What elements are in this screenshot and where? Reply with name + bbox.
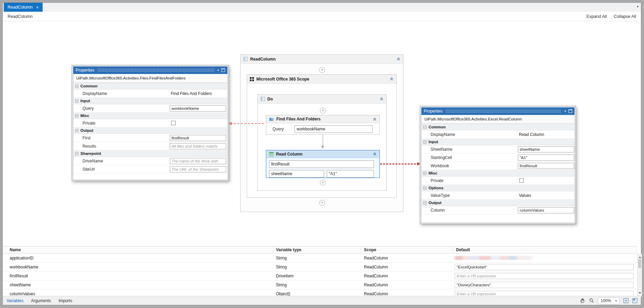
do-sequence-header[interactable]: Do bbox=[258, 95, 386, 104]
table-row[interactable]: workbookName String ReadColumn bbox=[3, 263, 637, 272]
properties-panel-titlebar[interactable]: Properties ▾ bbox=[73, 66, 227, 74]
office365-scope-header[interactable]: Microsoft Office 365 Scope bbox=[247, 75, 396, 84]
close-icon[interactable]: × bbox=[36, 5, 39, 10]
starting-cell-input[interactable] bbox=[327, 170, 374, 178]
scroll-down-icon[interactable] bbox=[639, 292, 641, 295]
variable-name[interactable]: firstResult bbox=[3, 274, 273, 278]
zoom-search-icon[interactable] bbox=[589, 298, 594, 303]
variable-scope[interactable]: ReadColumn bbox=[361, 291, 453, 296]
workbook-input[interactable] bbox=[269, 160, 374, 168]
do-sequence[interactable]: Do + Find Files And Folders bbox=[257, 94, 387, 191]
add-activity-button[interactable]: + bbox=[319, 200, 325, 206]
variable-name[interactable]: applicationID bbox=[3, 256, 273, 261]
designer-canvas[interactable]: ReadColumn + Microsoft Office 365 Scope bbox=[3, 21, 641, 246]
read-column-activity[interactable]: Read Column bbox=[266, 150, 380, 178]
sequence-readcolumn-header[interactable]: ReadColumn bbox=[241, 55, 403, 64]
find-files-activity[interactable]: Find Files And Folders Query bbox=[266, 115, 380, 135]
tab-arguments[interactable]: Arguments bbox=[27, 298, 55, 303]
expression-editor-button[interactable]: ... bbox=[227, 105, 227, 111]
variable-type[interactable]: String bbox=[273, 283, 361, 287]
tab-variables[interactable]: Variables bbox=[3, 298, 27, 303]
default-value-input[interactable] bbox=[455, 282, 634, 288]
section-input[interactable]: Input bbox=[422, 139, 574, 145]
collapse-icon[interactable] bbox=[390, 77, 393, 81]
collapse-box-icon[interactable] bbox=[75, 129, 78, 132]
private-checkbox[interactable] bbox=[519, 178, 524, 183]
redacted-default-value[interactable] bbox=[455, 256, 532, 260]
variable-name[interactable]: sheetName bbox=[3, 283, 273, 287]
column-property-input[interactable] bbox=[518, 207, 574, 213]
variable-type[interactable]: String bbox=[273, 256, 361, 261]
window-position-chevron-icon[interactable]: ▾ bbox=[564, 109, 566, 113]
collapse-box-icon[interactable] bbox=[423, 172, 426, 175]
office365-scope-activity[interactable]: Microsoft Office 365 Scope Do + bbox=[247, 74, 397, 198]
properties-panel-titlebar[interactable]: Properties ▾ bbox=[421, 107, 575, 115]
displayname-value[interactable]: Read Column bbox=[518, 132, 544, 137]
overview-icon[interactable] bbox=[632, 298, 637, 303]
breadcrumb[interactable]: ReadColumn bbox=[8, 14, 33, 19]
collapse-icon[interactable] bbox=[380, 97, 384, 101]
collapse-box-icon[interactable] bbox=[423, 187, 426, 190]
displayname-value[interactable]: Find Files And Folders bbox=[170, 91, 212, 96]
collapse-box-icon[interactable] bbox=[423, 201, 426, 204]
expand-all-button[interactable]: Expand All bbox=[587, 14, 607, 19]
collapse-icon[interactable] bbox=[373, 117, 377, 121]
table-scrollbar[interactable] bbox=[637, 254, 642, 297]
tab-imports[interactable]: Imports bbox=[55, 298, 76, 303]
add-activity-button[interactable]: + bbox=[319, 67, 325, 73]
pan-hand-icon[interactable] bbox=[580, 298, 585, 304]
siteurl-property-input[interactable] bbox=[170, 166, 226, 172]
private-checkbox[interactable] bbox=[171, 121, 176, 125]
variable-name[interactable]: workbookName bbox=[3, 265, 273, 269]
section-input[interactable]: Input bbox=[74, 98, 227, 104]
collapse-icon[interactable] bbox=[373, 152, 377, 156]
add-activity-button[interactable]: + bbox=[320, 108, 326, 114]
variable-scope[interactable]: ReadColumn bbox=[361, 256, 453, 261]
variable-type[interactable]: DriveItem bbox=[273, 274, 361, 278]
variable-type[interactable]: Object[] bbox=[273, 291, 361, 296]
tab-readcolumn[interactable]: ReadColumn × bbox=[4, 3, 43, 12]
variable-type[interactable]: String bbox=[273, 265, 361, 269]
section-common[interactable]: Common bbox=[422, 124, 574, 130]
variable-scope[interactable]: ReadColumn bbox=[361, 274, 453, 278]
column-header-default[interactable]: Default bbox=[453, 246, 637, 253]
sheet-name-input[interactable] bbox=[269, 170, 324, 178]
section-output[interactable]: Output bbox=[74, 127, 227, 134]
collapse-box-icon[interactable] bbox=[423, 140, 426, 144]
window-position-chevron-icon[interactable]: ▾ bbox=[217, 68, 219, 72]
expression-editor-button[interactable]: ... bbox=[227, 158, 227, 164]
variable-scope[interactable]: ReadColumn bbox=[361, 283, 453, 287]
zoom-level-select[interactable]: 100% ▾ bbox=[598, 297, 620, 304]
valuetype-value[interactable]: Values bbox=[518, 193, 531, 198]
expression-editor-button[interactable]: ... bbox=[227, 166, 227, 172]
collapse-box-icon[interactable] bbox=[75, 99, 78, 103]
section-misc[interactable]: Misc bbox=[74, 113, 227, 119]
find-files-header[interactable]: Find Files And Folders bbox=[266, 115, 379, 123]
table-row[interactable]: applicationID String ReadColumn bbox=[3, 254, 637, 263]
collapse-box-icon[interactable] bbox=[423, 126, 426, 129]
column-header-type[interactable]: Variable type bbox=[273, 246, 361, 253]
expression-editor-button[interactable]: ... bbox=[227, 135, 227, 141]
maximize-icon[interactable] bbox=[221, 68, 225, 72]
sheetname-property-input[interactable] bbox=[518, 146, 574, 152]
default-value-input[interactable] bbox=[455, 273, 634, 279]
collapse-icon[interactable] bbox=[397, 57, 400, 61]
scroll-up-icon[interactable] bbox=[639, 255, 641, 258]
section-common[interactable]: Common bbox=[74, 83, 227, 89]
query-input[interactable] bbox=[295, 125, 373, 133]
sequence-readcolumn[interactable]: ReadColumn + Microsoft Office 365 Scope bbox=[240, 54, 403, 212]
collapse-box-icon[interactable] bbox=[75, 85, 78, 88]
section-sharepoint[interactable]: Sharepoint bbox=[74, 150, 227, 157]
read-column-header[interactable]: Read Column bbox=[266, 150, 379, 158]
first-property-input[interactable] bbox=[170, 135, 226, 141]
startingcell-property-input[interactable] bbox=[518, 155, 574, 161]
column-header-name[interactable]: Name bbox=[3, 246, 273, 253]
column-header-scope[interactable]: Scope bbox=[361, 246, 453, 253]
results-property-input[interactable] bbox=[170, 143, 226, 149]
variable-scope[interactable]: ReadColumn bbox=[361, 265, 453, 269]
query-property-input[interactable] bbox=[170, 105, 226, 111]
default-value-input[interactable] bbox=[455, 264, 634, 270]
section-output[interactable]: Output bbox=[422, 200, 574, 206]
tab-overflow-chevron-icon[interactable]: ▾ bbox=[637, 5, 639, 8]
scrollbar-thumb[interactable] bbox=[638, 259, 641, 268]
